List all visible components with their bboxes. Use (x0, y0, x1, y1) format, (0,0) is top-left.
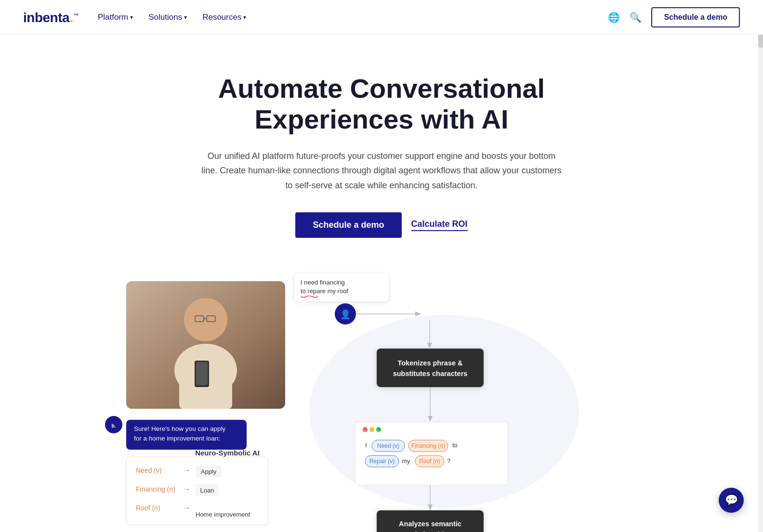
chevron-down-icon: ▾ (184, 14, 187, 21)
svg-text:I: I (365, 441, 367, 449)
nav-resources[interactable]: Resources ▾ (202, 13, 246, 22)
hero-title: Automate Conversational Experiences with… (165, 73, 598, 135)
nav-links: Platform ▾ Solutions ▾ Resources ▾ (98, 13, 247, 22)
svg-point-26 (363, 427, 368, 432)
svg-rect-8 (196, 362, 208, 385)
svg-point-1 (184, 298, 227, 341)
svg-text:?: ? (447, 457, 450, 465)
svg-point-28 (376, 427, 381, 432)
svg-rect-20 (377, 349, 484, 387)
svg-text:Neuro-Symbolic AI: Neuro-Symbolic AI (195, 449, 260, 457)
svg-marker-13 (300, 301, 307, 306)
nav-platform-label: Platform (98, 13, 128, 22)
svg-text:Repair (v): Repair (v) (369, 458, 395, 465)
logo-text: inbenta.™ (23, 8, 79, 26)
navbar-right: 🌐 🔍 Schedule a demo (608, 7, 740, 27)
svg-text:b.: b. (112, 423, 116, 428)
search-icon[interactable]: 🔍 (630, 12, 642, 23)
svg-text:for a home improvement loan:: for a home improvement loan: (134, 435, 220, 442)
svg-text:Analyzes semantic: Analyzes semantic (399, 520, 461, 528)
hero-section: Automate Conversational Experiences with… (0, 35, 763, 257)
svg-text:Financing (n): Financing (n) (411, 442, 445, 449)
svg-text:Apply: Apply (201, 468, 217, 475)
svg-marker-42 (428, 505, 433, 510)
hero-subtitle: Our unified AI platform future-proofs yo… (198, 149, 565, 193)
svg-text:Roof (n): Roof (n) (136, 504, 160, 512)
svg-text:Loan: Loan (200, 487, 214, 494)
svg-point-27 (369, 427, 374, 432)
logo: inbenta.™ (23, 8, 79, 26)
globe-icon[interactable]: 🌐 (608, 12, 620, 23)
chat-icon: 💬 (725, 494, 738, 506)
svg-text:Sure! Here's how you can apply: Sure! Here's how you can apply (134, 425, 225, 432)
logo-tm: ™ (73, 13, 79, 18)
nav-platform[interactable]: Platform ▾ (98, 13, 133, 22)
svg-text:→: → (183, 485, 191, 493)
svg-text:Financing (n): Financing (n) (136, 485, 175, 493)
chevron-down-icon: ▾ (243, 14, 246, 21)
svg-text:→: → (183, 504, 191, 512)
svg-text:Tokenizes phrase &: Tokenizes phrase & (397, 359, 463, 367)
svg-text:relationships: relationships (408, 531, 452, 532)
navbar-left: inbenta.™ Platform ▾ Solutions ▾ Resourc… (23, 8, 246, 26)
navbar: inbenta.™ Platform ▾ Solutions ▾ Resourc… (0, 0, 763, 35)
brand-name: inbenta (23, 10, 69, 25)
calculate-roi-button[interactable]: Calculate ROI (411, 219, 468, 231)
chevron-down-icon: ▾ (130, 14, 133, 21)
svg-text:→: → (183, 466, 191, 474)
svg-text:I need financing: I need financing (301, 279, 345, 286)
svg-text:👤: 👤 (340, 309, 351, 320)
svg-text:to: to (452, 441, 458, 449)
nav-solutions-label: Solutions (148, 13, 182, 22)
nav-demo-button[interactable]: Schedule a demo (651, 7, 740, 27)
svg-marker-17 (415, 311, 421, 316)
svg-text:Roof (n): Roof (n) (419, 458, 440, 465)
svg-text:Need (v): Need (v) (377, 442, 399, 449)
svg-text:Home improvement: Home improvement (196, 511, 250, 518)
schedule-demo-button[interactable]: Schedule a demo (295, 212, 401, 238)
flow-diagram: I need financing to repare my roof 👤 Tok… (117, 267, 646, 532)
svg-text:my: my (402, 457, 410, 465)
svg-text:substitutes characters: substitutes characters (393, 370, 468, 377)
chat-widget-button[interactable]: 💬 (719, 488, 744, 513)
hero-buttons: Schedule a demo Calculate ROI (10, 212, 753, 238)
diagram-section: I need financing to repare my roof 👤 Tok… (0, 267, 763, 532)
svg-text:Need (v): Need (v) (136, 467, 162, 474)
svg-text:to repare my roof: to repare my roof (301, 287, 348, 295)
scrollbar[interactable] (758, 0, 763, 532)
nav-solutions[interactable]: Solutions ▾ (148, 13, 187, 22)
nav-resources-label: Resources (202, 13, 241, 22)
